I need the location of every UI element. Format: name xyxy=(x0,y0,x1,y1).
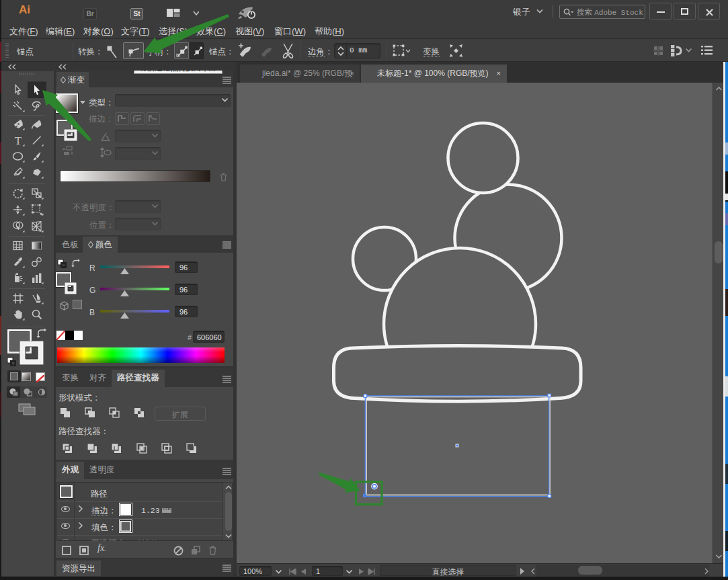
svg-text:T: T xyxy=(15,134,22,147)
